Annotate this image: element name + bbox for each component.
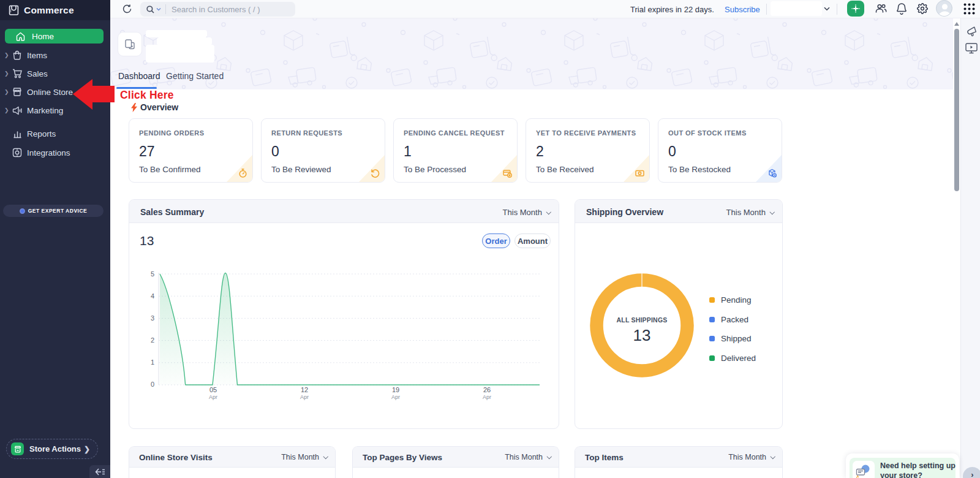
svg-text:Apr: Apr — [209, 394, 217, 400]
svg-text:4: 4 — [151, 292, 154, 300]
svg-text:2: 2 — [151, 336, 154, 344]
svg-text:0: 0 — [151, 381, 154, 388]
svg-text:19: 19 — [392, 386, 399, 393]
svg-text:Apr: Apr — [300, 394, 309, 400]
svg-text:1: 1 — [151, 358, 154, 366]
svg-text:26: 26 — [483, 386, 491, 393]
svg-text:05: 05 — [209, 386, 217, 393]
svg-text:3: 3 — [151, 314, 154, 322]
svg-text:Apr: Apr — [483, 394, 491, 400]
svg-text:12: 12 — [301, 386, 308, 393]
svg-text:Apr: Apr — [391, 394, 400, 400]
svg-text:5: 5 — [151, 270, 154, 278]
